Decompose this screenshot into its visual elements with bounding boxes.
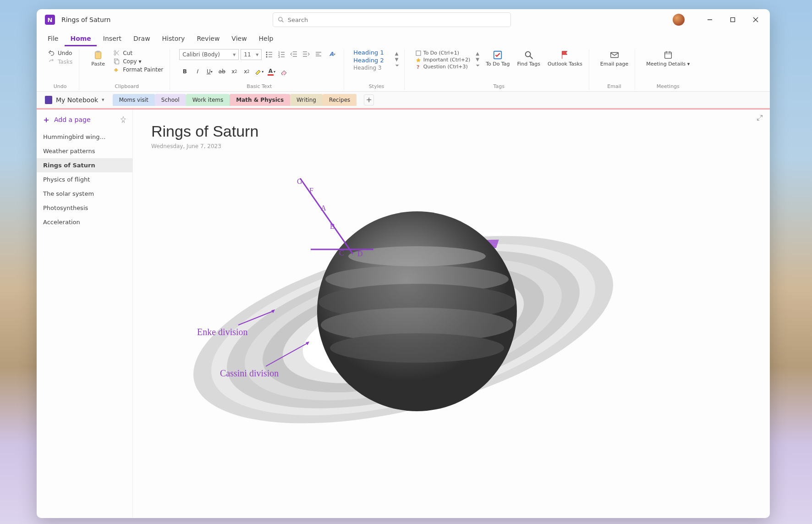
page-list: Hummingbird wing…Weather patternsRings o… [37, 130, 132, 229]
style-heading3[interactable]: Heading 3 [353, 65, 384, 71]
subscript-button[interactable]: x2 [229, 66, 240, 77]
paste-button[interactable]: Paste [88, 49, 108, 68]
add-page-button[interactable]: ＋Add a page [42, 114, 91, 125]
clear-format-button[interactable] [278, 66, 289, 77]
chevron-down-icon: ▾ [102, 97, 104, 103]
maximize-button[interactable] [722, 11, 743, 28]
window-title: Rings of Saturn [61, 16, 110, 23]
styles-down-button[interactable]: ▼ [395, 57, 400, 62]
page-item[interactable]: Hummingbird wing… [37, 130, 132, 144]
undo-icon [48, 50, 55, 57]
notebook-picker[interactable]: My Notebook ▾ [41, 94, 108, 106]
section-tab[interactable]: Work items [186, 94, 230, 106]
cut-button[interactable]: Cut [111, 49, 165, 57]
style-heading1[interactable]: Heading 1 [353, 49, 384, 56]
outdent-button[interactable] [288, 49, 299, 59]
page-date: Wednesday, June 7, 2023 [151, 143, 752, 149]
menu-tab-file[interactable]: File [42, 32, 64, 46]
search-placeholder: Search [288, 17, 308, 23]
ribbon-group-styles: Heading 1 Heading 2 Heading 3 ▲ ▼ ⏷ Styl… [349, 49, 405, 90]
section-tabs: Moms visitSchoolWork itemsMath & Physics… [113, 94, 357, 106]
menu-tab-history[interactable]: History [157, 32, 191, 46]
svg-point-39 [525, 52, 530, 57]
tag-list[interactable]: To Do (Ctrl+1) Important (Ctrl+2) ?Quest… [414, 49, 472, 71]
redo-icon [48, 58, 55, 66]
page-item[interactable]: Physics of flight [37, 172, 132, 187]
todo-icon [493, 50, 503, 60]
strikethrough-button[interactable]: ab [216, 66, 227, 77]
copy-button[interactable]: Copy ▾ [111, 57, 165, 65]
tags-up-button[interactable]: ▲ [476, 51, 480, 56]
superscript-button[interactable]: x2 [241, 66, 252, 77]
undo-button[interactable]: Undo [46, 49, 74, 57]
font-family-select[interactable]: Calibri (Body) ▾ [179, 49, 239, 60]
menu-tab-home[interactable]: Home [65, 32, 96, 46]
section-tab[interactable]: Recipes [323, 94, 357, 106]
avatar[interactable] [673, 14, 685, 26]
font-size-select[interactable]: 11 ▾ [241, 49, 262, 60]
search-input[interactable]: Search [273, 12, 511, 27]
styles-pane-button[interactable]: A▾ [325, 49, 339, 59]
ribbon-group-undo: Undo Tasks Undo [41, 49, 79, 90]
todo-tag-button[interactable]: To Do Tag [484, 49, 511, 68]
email-page-button[interactable]: Email page [598, 49, 631, 68]
expand-button[interactable] [756, 114, 763, 123]
question-icon: ? [416, 64, 421, 70]
meeting-icon [663, 50, 673, 60]
numbering-button[interactable]: 123 [276, 49, 287, 59]
minimize-button[interactable] [699, 11, 720, 28]
section-tab[interactable]: Moms visit [113, 94, 155, 106]
indent-button[interactable] [301, 49, 312, 59]
svg-rect-42 [664, 52, 671, 59]
menu-tab-insert[interactable]: Insert [98, 32, 127, 46]
tasks-button[interactable]: Tasks [46, 58, 74, 66]
styles-up-button[interactable]: ▲ [395, 51, 400, 56]
svg-line-40 [530, 56, 533, 59]
style-heading2[interactable]: Heading 2 [353, 57, 384, 64]
copy-icon [113, 58, 120, 65]
page-item[interactable]: The solar system [37, 187, 132, 201]
ribbon-group-email: Email page Email [594, 49, 636, 90]
svg-text:3: 3 [278, 55, 280, 58]
highlight-button[interactable]: ▾ [253, 66, 264, 77]
notebook-bar: My Notebook ▾ Moms visitSchoolWork items… [37, 92, 770, 108]
find-tags-button[interactable]: Find Tags [516, 49, 542, 68]
ribbon-group-meetings: Meeting Details ▾ Meetings [640, 49, 696, 90]
label-a: A [321, 204, 326, 212]
svg-rect-7 [96, 51, 99, 53]
tags-down-button[interactable]: ▼ [476, 57, 480, 62]
page-canvas[interactable]: Rings of Saturn Wednesday, June 7, 2023 [133, 110, 770, 518]
page-item[interactable]: Photosynthesis [37, 201, 132, 215]
bold-button[interactable]: B [179, 66, 190, 77]
page-item[interactable]: Rings of Saturn [37, 158, 132, 172]
underline-button[interactable]: U▾ [204, 66, 215, 77]
bullets-button[interactable] [263, 49, 274, 59]
page-title[interactable]: Rings of Saturn [151, 122, 752, 140]
menu-tab-view[interactable]: View [226, 32, 252, 46]
section-tab[interactable]: School [155, 94, 186, 106]
italic-button[interactable]: I [192, 66, 203, 77]
menu-tab-review[interactable]: Review [191, 32, 225, 46]
meeting-details-button[interactable]: Meeting Details ▾ [644, 49, 691, 68]
outlook-tasks-button[interactable]: Outlook Tasks [546, 49, 584, 68]
section-tab[interactable]: Writing [290, 94, 323, 106]
format-painter-button[interactable]: Format Painter [111, 66, 165, 73]
app-window: N Rings of Saturn Search FileHomeInsertD… [37, 9, 770, 518]
page-pane: ＋Add a page Hummingbird wing…Weather pat… [37, 110, 133, 518]
page-item[interactable]: Weather patterns [37, 144, 132, 158]
saturn-illustration: G F A B C D Enke division Cassini divisi… [170, 165, 637, 495]
svg-point-14 [266, 52, 268, 53]
tags-more-button[interactable]: ⏷ [476, 63, 480, 68]
styles-more-button[interactable]: ⏷ [395, 63, 400, 68]
menu-bar: FileHomeInsertDrawHistoryReviewViewHelp [37, 30, 770, 46]
menu-tab-help[interactable]: Help [253, 32, 279, 46]
section-tab[interactable]: Math & Physics [230, 94, 290, 106]
notebook-icon [45, 96, 52, 104]
align-button[interactable] [313, 49, 324, 59]
pin-icon[interactable] [120, 116, 127, 123]
page-item[interactable]: Acceleration [37, 215, 132, 229]
close-button[interactable] [745, 11, 766, 28]
add-section-button[interactable]: + [364, 94, 374, 105]
menu-tab-draw[interactable]: Draw [128, 32, 156, 46]
font-color-button[interactable]: A▾ [266, 66, 277, 77]
